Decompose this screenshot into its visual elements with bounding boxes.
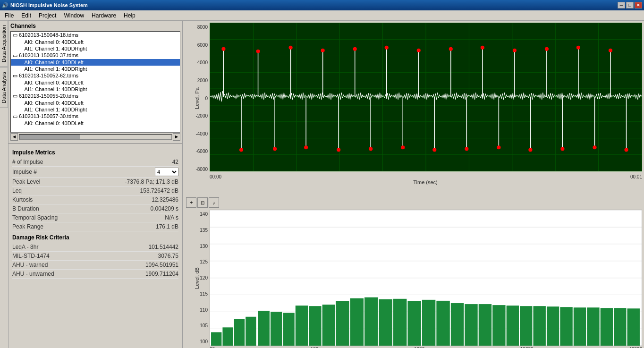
svg-point-63 bbox=[576, 46, 580, 50]
peak-range-row: Peak Range 176.1 dB bbox=[12, 222, 178, 231]
audio-button[interactable]: ♪ bbox=[209, 197, 219, 208]
tree-child-3-2[interactable]: AI1: Channel 1: 40DDRight bbox=[11, 86, 180, 93]
b-duration-row: B Duration 0.004209 s bbox=[12, 204, 178, 213]
impulse-metrics-title: Impulse Metrics bbox=[12, 149, 178, 156]
svg-rect-94 bbox=[407, 301, 421, 346]
svg-rect-102 bbox=[520, 306, 532, 346]
spectrum-ytick-100: 100 bbox=[200, 339, 208, 344]
tree-child-4-2[interactable]: AI1: Channel 1: 40DDRight bbox=[11, 106, 180, 113]
svg-rect-108 bbox=[601, 308, 613, 346]
channels-tree[interactable]: ▭ 6102013-150048-18.tdms AI0: Channel 0:… bbox=[10, 31, 180, 133]
tree-child-2-1[interactable]: AI0: Channel 0: 40DDLeft bbox=[11, 59, 180, 66]
tree-group-4[interactable]: ▭ 6102013-150055-20.tdms bbox=[11, 93, 180, 100]
milstd-value: 3076.75 bbox=[158, 253, 178, 259]
hscroll-thumb[interactable] bbox=[19, 135, 80, 139]
spectrum-ytick-120: 120 bbox=[200, 275, 208, 280]
waveform-ytick-n6000: -6000 bbox=[195, 149, 208, 154]
svg-rect-109 bbox=[614, 308, 626, 346]
menu-window[interactable]: Window bbox=[60, 11, 88, 20]
menu-hardware[interactable]: Hardware bbox=[88, 11, 120, 20]
impulse-num-label: Impulse # bbox=[12, 169, 37, 175]
ahu-warned-value: 1094.501951 bbox=[145, 262, 178, 268]
svg-point-39 bbox=[385, 46, 389, 50]
maximize-button[interactable]: □ bbox=[626, 2, 634, 8]
svg-point-41 bbox=[401, 145, 405, 149]
waveform-xtick-start: 00:00 bbox=[210, 174, 221, 179]
milstd-row: MIL-STD-1474 3076.75 bbox=[12, 252, 178, 261]
title-bar-controls: ─ □ ✕ bbox=[618, 2, 642, 8]
hscroll-track[interactable] bbox=[19, 134, 172, 140]
svg-rect-90 bbox=[350, 298, 364, 346]
hscroll-right-btn[interactable]: ▶ bbox=[173, 133, 180, 141]
right-panel: Level, Pa 8000 6000 4000 2000 0 -2000 -4… bbox=[183, 21, 644, 348]
tree-group-1[interactable]: ▭ 6102013-150048-18.tdms bbox=[11, 32, 180, 39]
waveform-section: Level, Pa 8000 6000 4000 2000 0 -2000 -4… bbox=[183, 21, 644, 195]
menu-edit[interactable]: Edit bbox=[17, 11, 35, 20]
hscroll-left-btn[interactable]: ◀ bbox=[10, 133, 18, 141]
svg-point-33 bbox=[337, 148, 340, 152]
menu-project[interactable]: Project bbox=[35, 11, 60, 20]
svg-point-35 bbox=[353, 47, 357, 51]
leq-label: Leq bbox=[12, 187, 22, 194]
svg-rect-95 bbox=[422, 300, 435, 346]
waveform-ytick-2000: 2000 bbox=[197, 78, 208, 83]
tree-child-1-2[interactable]: AI1: Channel 1: 40DDRight bbox=[11, 45, 180, 52]
svg-point-49 bbox=[465, 147, 468, 151]
app-title: NIOSH Impulsive Noise System bbox=[10, 2, 88, 8]
minimize-button[interactable]: ─ bbox=[618, 2, 625, 8]
waveform-ytick-n4000: -4000 bbox=[195, 131, 208, 136]
leqa-value: 101.514442 bbox=[149, 244, 178, 250]
left-panel: Channels ▭ 6102013-150048-18.tdms AI0: C… bbox=[8, 21, 183, 348]
zoom-fit-button[interactable]: ⊡ bbox=[197, 197, 208, 208]
svg-rect-80 bbox=[222, 327, 233, 346]
waveform-y-axis: Level, Pa 8000 6000 4000 2000 0 -2000 -4… bbox=[185, 23, 210, 174]
svg-rect-99 bbox=[479, 304, 491, 346]
svg-rect-97 bbox=[451, 303, 464, 346]
spectrum-ytick-135: 135 bbox=[200, 228, 208, 233]
tree-group-3[interactable]: ▭ 6102013-150052-62.tdms bbox=[11, 72, 180, 79]
tab-data-analysis[interactable]: Data Analysis bbox=[0, 68, 8, 108]
svg-rect-86 bbox=[296, 306, 308, 346]
svg-rect-84 bbox=[271, 312, 282, 346]
num-impulse-row: # of Impulse 42 bbox=[12, 158, 178, 167]
expander-icon-3: ▭ bbox=[13, 73, 17, 78]
tree-group-label-4: 6102013-150055-20.tdms bbox=[19, 93, 78, 99]
tree-group-label-5: 6102013-150057-30.tdms bbox=[19, 113, 78, 119]
tree-child-1-1[interactable]: AI0: Channel 0: 40DDLeft bbox=[11, 39, 180, 45]
spectrum-ytick-115: 115 bbox=[200, 291, 208, 297]
main-content: Data Acquisition Data Analysis Channels … bbox=[0, 21, 644, 348]
svg-rect-88 bbox=[322, 305, 335, 346]
tree-child-3-1[interactable]: AI0: Channel 0: 40DDLeft bbox=[11, 79, 180, 86]
tree-child-4-1[interactable]: AI0: Channel 0: 40DDLeft bbox=[11, 100, 180, 106]
tree-group-2[interactable]: ▭ 6102013-150050-37.tdms bbox=[11, 52, 180, 59]
num-impulse-value: 42 bbox=[172, 159, 178, 165]
svg-rect-101 bbox=[507, 306, 519, 346]
b-duration-value: 0.004209 s bbox=[151, 205, 178, 212]
damage-risk-title: Damage Risk Criteria bbox=[12, 234, 178, 241]
tree-child-5-1[interactable]: AI0: Channel 0: 40DDLeft bbox=[11, 120, 180, 127]
svg-point-47 bbox=[449, 47, 453, 51]
menu-file[interactable]: File bbox=[1, 11, 17, 20]
menu-bar: File Edit Project Window Hardware Help bbox=[0, 10, 644, 21]
waveform-x-label: Time (sec) bbox=[185, 179, 642, 185]
ahu-warned-label: AHU - warned bbox=[12, 262, 48, 268]
svg-rect-105 bbox=[560, 307, 572, 346]
svg-point-51 bbox=[481, 46, 484, 50]
tree-child-2-2[interactable]: AI1: Channel 1: 40DDRight bbox=[11, 66, 180, 72]
tab-data-acquisition[interactable]: Data Acquisition bbox=[0, 21, 8, 67]
svg-rect-87 bbox=[309, 306, 321, 346]
channels-hscroll[interactable]: ◀ ▶ bbox=[10, 133, 180, 140]
menu-help[interactable]: Help bbox=[120, 11, 139, 20]
tree-group-5[interactable]: ▭ 6102013-150057-30.tdms bbox=[11, 113, 180, 120]
impulse-num-select[interactable]: 4 1235 bbox=[155, 168, 178, 176]
close-button[interactable]: ✕ bbox=[635, 2, 642, 8]
kurtosis-label: Kurtosis bbox=[12, 196, 33, 203]
spectrum-section: + ⊡ ♪ Level, dB 140 135 130 125 120 115 … bbox=[183, 195, 644, 348]
tree-group-label-3: 6102013-150052-62.tdms bbox=[19, 73, 78, 78]
svg-point-59 bbox=[545, 47, 549, 51]
spectrum-y-axis: Level, dB 140 135 130 125 120 115 110 10… bbox=[185, 210, 210, 346]
svg-rect-103 bbox=[533, 306, 545, 346]
zoom-in-button[interactable]: + bbox=[186, 197, 196, 208]
svg-rect-106 bbox=[574, 307, 586, 346]
svg-point-61 bbox=[560, 147, 564, 151]
